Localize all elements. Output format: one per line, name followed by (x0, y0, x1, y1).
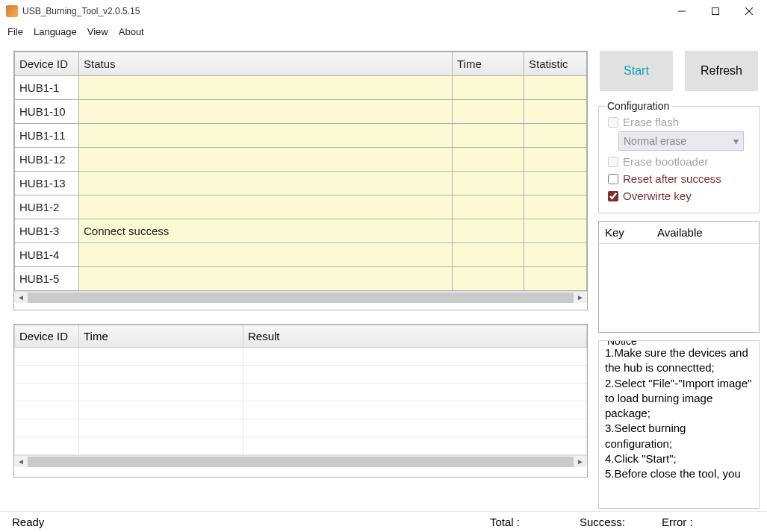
overwrite-key-row[interactable]: Overwirte key (608, 190, 753, 202)
erase-bootloader-label: Erase bootloader (623, 155, 708, 168)
cell-stat (524, 76, 587, 100)
erase-flash-checkbox (608, 117, 618, 128)
start-button[interactable]: Start (600, 51, 673, 91)
cell-status (79, 148, 453, 172)
app-icon (6, 5, 18, 17)
table-row[interactable]: HUB1-4 (15, 243, 587, 267)
status-bar: Ready Total : Success: Error : (0, 511, 767, 532)
maximize-button[interactable] (698, 1, 732, 22)
menu-language[interactable]: Language (34, 26, 77, 37)
table-row[interactable]: HUB1-13 (15, 172, 587, 195)
table-row (15, 348, 587, 366)
cell-stat (524, 243, 587, 267)
key-col-header[interactable]: Key (599, 222, 651, 243)
status-error: Error : (662, 516, 755, 528)
col-statistic[interactable]: Statistic (524, 52, 587, 76)
table-row[interactable]: HUB1-5 (15, 267, 587, 291)
cell-stat (524, 267, 587, 291)
notice-line-4: 4.Click "Start"; (605, 451, 753, 466)
col-device-id[interactable]: Device ID (15, 52, 79, 76)
cell-time (453, 172, 524, 195)
table-row (15, 384, 587, 401)
cell-device: HUB1-3 (15, 219, 79, 243)
menu-file[interactable]: File (7, 26, 23, 37)
cell-device: HUB1-2 (15, 195, 79, 219)
table-row (15, 437, 587, 455)
cell-time (453, 195, 524, 219)
cell-stat (524, 219, 587, 243)
configuration-panel: Configuration Erase flash Normal erase ▾… (598, 106, 760, 213)
col-log-result[interactable]: Result (243, 325, 587, 348)
cell-device: HUB1-12 (15, 148, 79, 172)
erase-mode-select[interactable]: Normal erase ▾ (618, 131, 744, 151)
reset-after-success-checkbox[interactable] (608, 174, 618, 184)
minimize-button[interactable] (665, 1, 698, 22)
notice-line-1: 1.Make sure the devices and the hub is c… (605, 345, 753, 376)
key-table: Key Available (598, 221, 760, 333)
cell-time (453, 100, 524, 124)
refresh-button[interactable]: Refresh (685, 51, 758, 91)
cell-stat (524, 100, 587, 124)
cell-device: HUB1-11 (15, 124, 79, 148)
scroll-right-icon[interactable]: ► (575, 293, 586, 301)
device-table[interactable]: Device ID Status Time Statistic HUB1-1HU… (14, 51, 587, 291)
table-row (15, 419, 587, 437)
close-button[interactable] (732, 1, 766, 22)
col-log-time[interactable]: Time (79, 325, 243, 348)
cell-stat (524, 148, 587, 172)
cell-stat (524, 195, 587, 219)
scroll-right-icon[interactable]: ► (575, 457, 586, 466)
log-table-panel: Device ID Time Result ◄ ► (13, 324, 588, 478)
reset-after-success-row[interactable]: Reset after success (608, 172, 753, 185)
chevron-down-icon: ▾ (733, 135, 739, 147)
log-table[interactable]: Device ID Time Result (14, 325, 587, 455)
table-row[interactable]: HUB1-12 (15, 148, 587, 172)
cell-device: HUB1-10 (15, 100, 79, 124)
svg-rect-1 (712, 8, 718, 15)
scroll-left-icon[interactable]: ◄ (16, 457, 26, 466)
cell-device: HUB1-4 (15, 243, 79, 267)
col-time[interactable]: Time (453, 52, 524, 76)
scroll-left-icon[interactable]: ◄ (16, 293, 26, 301)
menu-about[interactable]: About (119, 26, 144, 37)
cell-status (79, 100, 453, 124)
col-status[interactable]: Status (79, 52, 453, 76)
cell-device: HUB1-5 (15, 267, 79, 291)
cell-time (453, 148, 524, 172)
notice-panel: Notice 1.Make sure the devices and the h… (598, 340, 760, 509)
erase-flash-row: Erase flash (608, 116, 753, 128)
cell-status: Connect success (79, 219, 453, 243)
table-row[interactable]: HUB1-11 (15, 124, 587, 148)
device-table-hscroll[interactable]: ◄ ► (14, 291, 587, 303)
notice-line-3: 3.Select burning configuration; (605, 421, 753, 451)
cell-device: HUB1-13 (15, 172, 79, 195)
cell-status (79, 243, 453, 267)
erase-mode-value: Normal erase (624, 135, 686, 147)
log-table-hscroll[interactable]: ◄ ► (14, 455, 587, 467)
table-row[interactable]: HUB1-10 (15, 100, 587, 124)
notice-line-5: 5.Before close the tool, you (605, 466, 753, 481)
table-row[interactable]: HUB1-3Connect success (15, 219, 587, 243)
status-total: Total : (490, 516, 580, 528)
cell-time (453, 124, 524, 148)
notice-legend: Notice (605, 340, 639, 348)
erase-bootloader-checkbox (608, 157, 618, 167)
overwrite-key-label: Overwirte key (623, 190, 692, 202)
cell-time (453, 243, 524, 267)
table-row[interactable]: HUB1-1 (15, 76, 587, 100)
available-col-header[interactable]: Available (651, 222, 709, 243)
menu-view[interactable]: View (87, 26, 108, 37)
erase-flash-label: Erase flash (623, 116, 679, 128)
configuration-legend: Configuration (605, 100, 671, 112)
cell-status (79, 267, 453, 291)
cell-stat (524, 124, 587, 148)
menu-bar: File Language View About (0, 22, 767, 40)
erase-bootloader-row: Erase bootloader (608, 155, 753, 168)
cell-time (453, 219, 524, 243)
overwrite-key-checkbox[interactable] (608, 191, 618, 201)
col-log-device[interactable]: Device ID (15, 325, 79, 348)
device-table-panel: Device ID Status Time Statistic HUB1-1HU… (13, 51, 588, 310)
cell-time (453, 76, 524, 100)
table-row[interactable]: HUB1-2 (15, 195, 587, 219)
cell-status (79, 195, 453, 219)
